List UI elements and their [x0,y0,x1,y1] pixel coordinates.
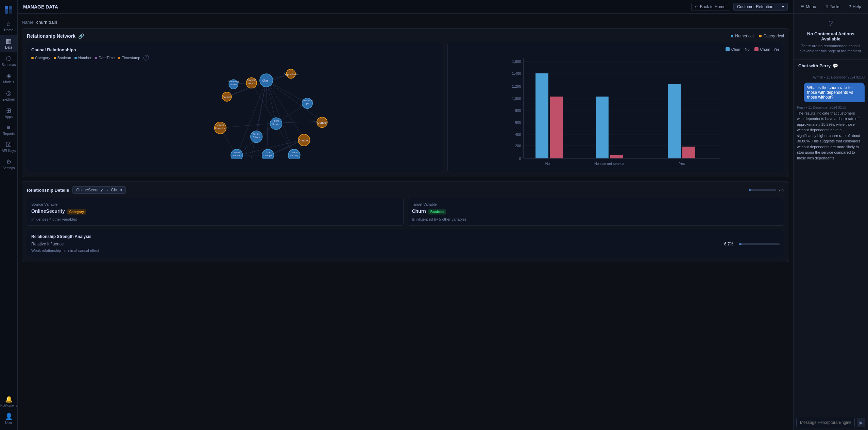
info-icon[interactable]: ? [143,55,149,61]
category-dot [31,57,34,59]
sidebar-item-explorer[interactable]: ◎ Explorer [0,87,17,104]
sidebar-logo [0,3,17,18]
target-var-badge: Boolean [428,209,446,214]
topbar-left: MANAGE DATA [23,4,58,10]
svg-text:400: 400 [515,133,521,137]
top-right-panel: ☰ Menu ☑ Tasks ? Help [793,0,868,14]
contextual-description: There are no recommended actions availab… [799,44,863,54]
svg-text:Online: Online [291,151,297,154]
topbar: MANAGE DATA ↩ Back to Home Customer Rete… [18,0,793,14]
center-content: Name churn train Relationship Network 🔗 … [18,14,793,430]
sidebar-item-home[interactable]: ⌂ Home [0,18,17,35]
right-panel: ? No Contextual Actions Available There … [793,14,868,430]
svg-text:Protection: Protection [215,127,226,130]
menu-button[interactable]: ☰ Menu [798,3,819,11]
sidebar-item-settings[interactable]: ⚙ Settings [0,155,17,173]
relative-influence-value: 6.7% [724,242,733,246]
rel-header: Relationship Details OnlineSecurity → Ch… [27,186,784,194]
help-button[interactable]: ? Help [846,3,864,11]
source-var-name: OnlineSecurity [31,208,65,214]
svg-text:Senior: Senior [253,133,260,135]
chat-input[interactable] [796,418,855,427]
strength-title: Relationship Strength Analysis [31,234,780,239]
svg-text:Security: Security [290,154,299,157]
sidebar-item-data[interactable]: ▦ Data [0,35,17,52]
tasks-button[interactable]: ☑ Tasks [822,3,843,11]
svg-text:Service: Service [272,123,280,125]
svg-text:Movies: Movies [230,83,237,86]
variables-row: Source Variable OnlineSecurity Category … [27,198,784,226]
svg-text:Citizen: Citizen [253,136,260,138]
project-name: Customer Retention [737,4,773,9]
svg-rect-3 [9,10,12,14]
target-var-name: Churn [412,208,426,214]
target-var-label: Target Variable [412,202,780,206]
user-message-bubble: What is the churn rate for those with de… [804,83,865,102]
legend-category: Category [31,56,50,60]
send-icon: ▶ [860,420,863,425]
sidebar-item-api-keys[interactable]: ⚿ API Keys [0,138,17,155]
name-bar: Name churn train [22,18,789,28]
sidebar-item-notifications[interactable]: 🔔 Notifications [0,393,17,410]
sidebar-item-apps[interactable]: ⊞ Apps [0,104,17,121]
path-target: Churn [111,188,122,192]
legend-datetime: DateTime [95,56,115,60]
app-title: MANAGE DATA [23,4,58,10]
svg-text:1,200: 1,200 [512,84,521,88]
project-dropdown[interactable]: Customer Retention ▾ [733,3,788,11]
churn-yes-color [754,47,759,51]
relative-influence-label: Relative Influence [31,242,64,246]
svg-text:No internet service: No internet service [594,161,625,166]
chart-column: Churn - No Churn - Yes [447,43,784,172]
source-var-badge: Category [67,209,86,214]
progress-bar-fill [749,189,751,191]
network-icon: 🔗 [78,33,84,39]
user-icon: 👤 [5,413,13,420]
svg-text:Yes: Yes [679,161,685,166]
svg-text:1,400: 1,400 [512,71,521,75]
progress-percent: 7% [779,188,784,192]
svg-text:No: No [545,161,550,166]
progress-bar-bg [749,189,776,191]
causal-title: Causal Relationships [31,47,439,52]
bar-no-churn-no [535,73,548,158]
chat-title: Chat with Perry [798,63,831,68]
source-var-sub: Influences 4 other variables [31,217,399,221]
datetime-dot [95,57,97,59]
svg-text:Contract: Contract [299,139,310,142]
back-to-home-button[interactable]: ↩ Back to Home [691,3,729,11]
legend-timestamp: Timestamp [118,56,140,60]
target-variable-card: Target Variable Churn Boolean Is influen… [408,198,784,226]
settings-icon: ⚙ [6,158,12,166]
path-arrow: → [105,188,109,192]
strength-bar-bg [739,243,780,245]
menu-icon: ☰ [800,4,804,9]
causal-card: Causal Relationships Category Boolean [27,43,443,172]
bar-nointernet-churn-no [596,97,609,158]
schemas-icon: ⬡ [6,55,12,62]
chat-send-button[interactable]: ▶ [857,418,865,427]
sidebar-item-models[interactable]: ◈ Models [0,69,17,87]
source-var-name-row: OnlineSecurity Category [31,208,399,215]
sidebar-item-reports[interactable]: ≡ Reports [0,121,17,138]
progress-container: 7% [749,188,784,192]
strength-bar-fill [739,243,742,245]
strength-analysis-card: Relationship Strength Analysis Relative … [27,230,784,257]
contextual-actions-box: ? No Contextual Actions Available There … [794,14,868,60]
svg-text:Dependents: Dependents [284,73,298,76]
sidebar-item-user[interactable]: 👤 User [0,410,17,427]
bot-message-bubble: The results indicate that customers with… [797,110,861,161]
bar-yes-churn-yes [682,147,695,158]
svg-text:600: 600 [515,120,521,124]
boolean-dot [54,57,56,59]
svg-text:Partner: Partner [223,96,232,99]
network-graph[interactable]: Churn Dependents Partner [31,64,439,159]
relationship-network-section: Relationship Network 🔗 Numerical Categor… [22,28,789,177]
chart-card: Churn - No Churn - Yes [447,43,784,172]
sidebar-item-schemas[interactable]: ⬡ Schemas [0,52,17,69]
help-icon: ? [849,4,851,9]
bot-message-container: Perry • 11 December 2024 02:33 The resul… [797,106,865,161]
source-variable-card: Source Variable OnlineSecurity Category … [27,198,404,226]
home-icon: ⌂ [7,20,11,28]
svg-text:0: 0 [519,157,521,161]
